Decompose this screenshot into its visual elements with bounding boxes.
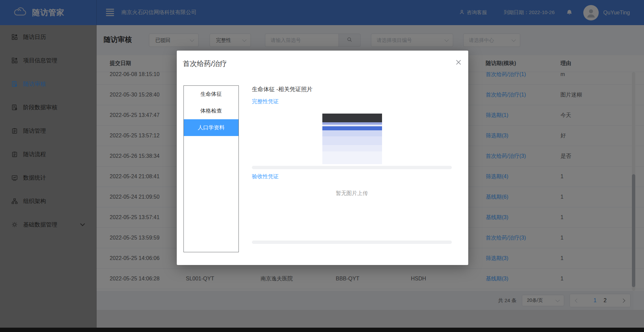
treatment-modal: 首次给药/治疗 生命体征体格检查人口学资料 生命体征 -相关凭证照片 完整性凭证… [177,51,468,265]
horizontal-scrollbar-track[interactable] [252,241,452,244]
integrity-voucher-link[interactable]: 完整性凭证 [252,98,279,105]
modal-title: 首次给药/治疗 [183,59,227,68]
tab-体格检查[interactable]: 体格检查 [184,103,238,119]
close-icon[interactable] [455,59,462,65]
tab-人口学资料[interactable]: 人口学资料 [184,119,238,136]
no-image-text: 暂无图片上传 [252,190,452,197]
evidence-photo[interactable] [322,114,382,164]
horizontal-scrollbar-track[interactable] [252,166,452,169]
app-root: 随访管家 南京火石闪信网络科技有限公司 咨询客服 到期日期：2022-10-26… [0,0,644,332]
tab-生命体征[interactable]: 生命体征 [184,86,238,103]
module-tab-list: 生命体征体格检查人口学资料 [183,85,239,252]
acceptance-voucher-link[interactable]: 验收性凭证 [252,173,279,180]
section-heading: 生命体征 -相关凭证照片 [252,85,312,93]
